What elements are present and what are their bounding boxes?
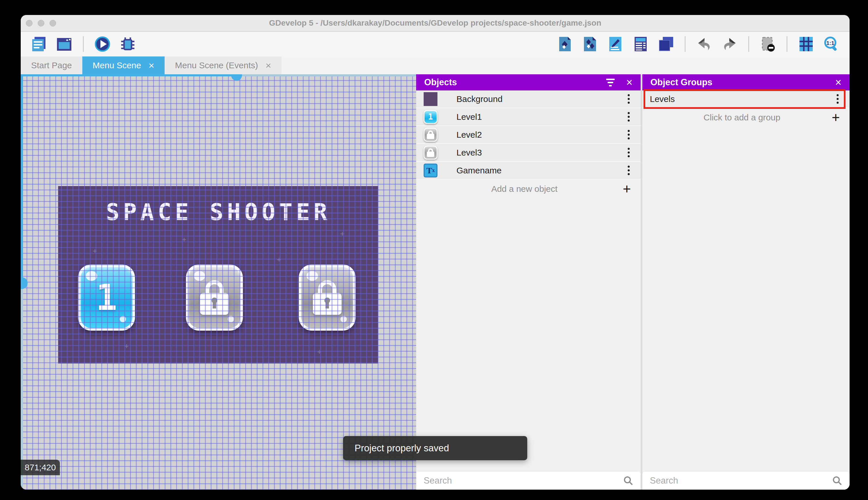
add-new-object-button[interactable]: Add a new object + — [416, 180, 641, 198]
gloss-highlight — [306, 271, 318, 281]
star-decoration — [277, 255, 280, 258]
star-decoration — [124, 342, 127, 344]
horizontal-scrollbar-thumb[interactable] — [231, 74, 242, 81]
objects-search-input[interactable] — [424, 476, 623, 486]
scene-canvas[interactable]: SPACE SHOOTER 1 — [21, 74, 416, 490]
tab-menu-scene-events[interactable]: Menu Scene (Events) × — [165, 56, 281, 74]
title-bar: GDevelop 5 - /Users/dkarakay/Documents/G… — [21, 15, 849, 32]
object-menu-icon[interactable] — [626, 110, 631, 123]
window-title: GDevelop 5 - /Users/dkarakay/Documents/G… — [21, 19, 849, 28]
objects-panel-header: Objects × — [416, 74, 641, 90]
groups-search-bar — [642, 472, 849, 490]
close-tab-icon[interactable]: × — [266, 60, 271, 70]
zoom-1-1-icon[interactable]: 1:1 — [823, 36, 840, 53]
tab-label: Start Page — [31, 60, 72, 70]
play-icon[interactable] — [94, 36, 111, 53]
group-menu-icon[interactable] — [835, 92, 840, 105]
object-menu-icon[interactable] — [626, 128, 631, 141]
star-decoration — [340, 229, 343, 232]
objects-panel: Objects × Background 1 Level1 — [416, 74, 641, 490]
redo-icon[interactable] — [721, 36, 738, 53]
object-row-level2[interactable]: Level2 — [416, 126, 641, 144]
object-row-level1[interactable]: 1 Level1 — [416, 108, 641, 126]
cursor-coordinates-badge: 871;420 — [21, 460, 60, 475]
undo-icon[interactable] — [696, 36, 713, 53]
purple-square-thumbnail — [424, 92, 437, 106]
minimize-window-button[interactable] — [38, 20, 44, 26]
properties-icon[interactable] — [607, 36, 624, 53]
close-panel-icon[interactable]: × — [626, 77, 633, 88]
level1-button[interactable]: 1 — [78, 264, 135, 331]
filter-icon[interactable] — [606, 79, 615, 87]
main-toolbar: 1:1 — [21, 32, 849, 56]
object-groups-panel: Object Groups × Levels Click to add a gr… — [642, 74, 849, 490]
star-decoration — [93, 247, 96, 249]
toast-message: Project properly saved — [354, 443, 449, 454]
gloss-highlight — [228, 316, 234, 322]
level-button-thumbnail: 1 — [424, 110, 437, 124]
group-row-levels[interactable]: Levels — [642, 90, 849, 108]
gdevelop-window: GDevelop 5 - /Users/dkarakay/Documents/G… — [21, 15, 849, 490]
object-menu-icon[interactable] — [626, 92, 631, 105]
objects-search-bar — [416, 472, 641, 490]
maximize-window-button[interactable] — [49, 20, 56, 26]
project-manager-icon[interactable] — [31, 36, 47, 53]
gloss-highlight — [194, 271, 205, 281]
horizontal-scrollbar[interactable] — [21, 74, 416, 76]
object-row-background[interactable]: Background — [416, 90, 641, 108]
toggle-instances-mask-icon[interactable] — [760, 36, 776, 53]
object-groups-icon[interactable] — [582, 36, 598, 53]
search-icon — [623, 476, 633, 486]
plus-icon: + — [832, 111, 840, 124]
layers-icon[interactable] — [658, 36, 674, 53]
star-decoration — [182, 235, 185, 238]
traffic-lights — [26, 15, 56, 31]
tab-menu-scene[interactable]: Menu Scene × — [82, 56, 165, 74]
level3-button-locked[interactable] — [299, 264, 356, 331]
star-decoration — [317, 347, 320, 350]
objects-panel-title: Objects — [424, 77, 606, 88]
svg-text:1:1: 1:1 — [826, 40, 834, 46]
scene-editor-icon[interactable] — [56, 36, 72, 53]
vertical-scrollbar-thumb[interactable] — [21, 277, 28, 289]
add-group-button[interactable]: Click to add a group + — [642, 108, 849, 127]
text-object-thumbnail: Tx — [424, 163, 437, 178]
search-icon — [832, 476, 842, 486]
save-toast: Project properly saved — [343, 436, 527, 460]
object-groups-panel-title: Object Groups — [650, 77, 835, 88]
object-menu-icon[interactable] — [626, 146, 631, 159]
editor-tab-bar: Start Page Menu Scene × Menu Scene (Even… — [21, 56, 849, 74]
tab-label: Menu Scene (Events) — [175, 60, 258, 70]
tab-start-page[interactable]: Start Page — [21, 56, 82, 74]
object-row-level3[interactable]: Level3 — [416, 144, 641, 162]
toolbar-separator — [83, 36, 84, 52]
object-menu-icon[interactable] — [626, 164, 631, 177]
debug-icon[interactable] — [119, 36, 136, 53]
objects-editor-icon[interactable] — [556, 36, 573, 53]
toolbar-separator — [685, 36, 685, 52]
level2-button-locked[interactable] — [186, 264, 243, 331]
background-object[interactable]: SPACE SHOOTER 1 — [58, 186, 378, 363]
gloss-highlight — [86, 271, 97, 281]
level1-number: 1 — [96, 277, 117, 318]
gloss-highlight — [340, 316, 347, 322]
object-row-gamename[interactable]: Tx Gamename — [416, 162, 641, 180]
grid-icon[interactable] — [798, 36, 814, 53]
groups-search-input[interactable] — [650, 476, 832, 486]
close-tab-icon[interactable]: × — [149, 60, 154, 70]
lock-button-thumbnail — [424, 146, 437, 160]
lock-icon — [200, 280, 229, 315]
close-panel-icon[interactable]: × — [835, 77, 842, 88]
toolbar-separator — [748, 36, 749, 52]
tab-label: Menu Scene — [93, 60, 141, 70]
object-groups-panel-header: Object Groups × — [642, 74, 849, 90]
plus-icon: + — [623, 182, 631, 196]
close-window-button[interactable] — [26, 20, 33, 26]
lock-icon — [313, 280, 342, 315]
lock-button-thumbnail — [424, 128, 437, 142]
vertical-scrollbar[interactable] — [21, 74, 23, 490]
toolbar-separator — [787, 36, 787, 52]
gloss-highlight — [120, 316, 126, 322]
instances-list-icon[interactable] — [632, 36, 649, 53]
scene-title-text: SPACE SHOOTER — [58, 199, 378, 226]
